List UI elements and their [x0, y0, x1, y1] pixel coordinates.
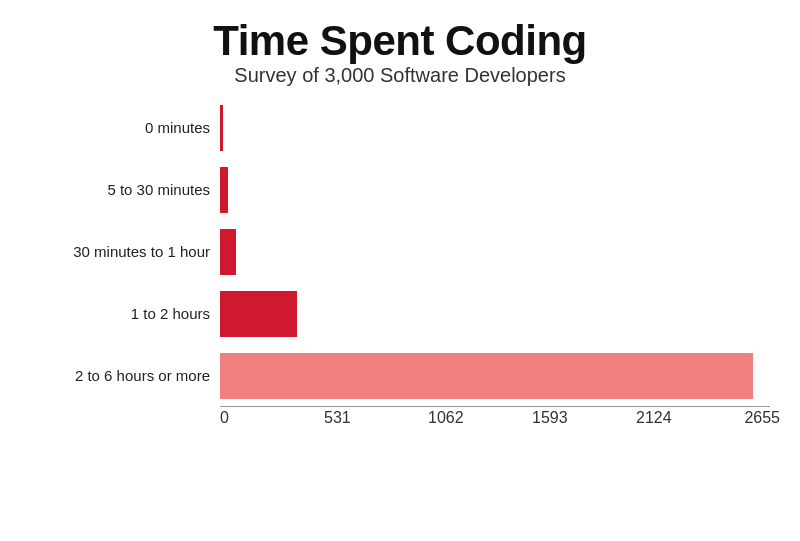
- axis-line: [220, 406, 770, 407]
- bar-fill: [220, 353, 753, 399]
- bar-track: [220, 345, 780, 407]
- bar-label: 5 to 30 minutes: [20, 181, 220, 199]
- x-tick: 2124: [636, 409, 740, 427]
- bar-label: 2 to 6 hours or more: [20, 367, 220, 385]
- bar-label: 1 to 2 hours: [20, 305, 220, 323]
- x-tick: 531: [324, 409, 428, 427]
- chart-area: 0 minutes5 to 30 minutes30 minutes to 1 …: [20, 97, 780, 407]
- bar-row: 5 to 30 minutes: [20, 159, 780, 221]
- page-title: Time Spent Coding: [213, 18, 586, 64]
- bar-row: 30 minutes to 1 hour: [20, 221, 780, 283]
- x-tick: 0: [220, 409, 324, 427]
- bar-fill: [220, 167, 228, 213]
- bar-label: 30 minutes to 1 hour: [20, 243, 220, 261]
- bar-track: [220, 159, 780, 221]
- bar-fill: [220, 291, 297, 337]
- bar-fill: [220, 229, 236, 275]
- bar-track: [220, 97, 780, 159]
- bar-label: 0 minutes: [20, 119, 220, 137]
- x-axis: 05311062159321242655: [220, 409, 780, 427]
- page-subtitle: Survey of 3,000 Software Developers: [234, 64, 565, 87]
- chart-container: 0 minutes5 to 30 minutes30 minutes to 1 …: [10, 97, 790, 427]
- x-tick: 1593: [532, 409, 636, 427]
- bar-track: [220, 283, 780, 345]
- bar-track: [220, 221, 780, 283]
- bar-fill: [220, 105, 223, 151]
- x-tick: 2655: [740, 409, 780, 427]
- bar-row: 2 to 6 hours or more: [20, 345, 780, 407]
- bar-row: 0 minutes: [20, 97, 780, 159]
- x-tick: 1062: [428, 409, 532, 427]
- bar-row: 1 to 2 hours: [20, 283, 780, 345]
